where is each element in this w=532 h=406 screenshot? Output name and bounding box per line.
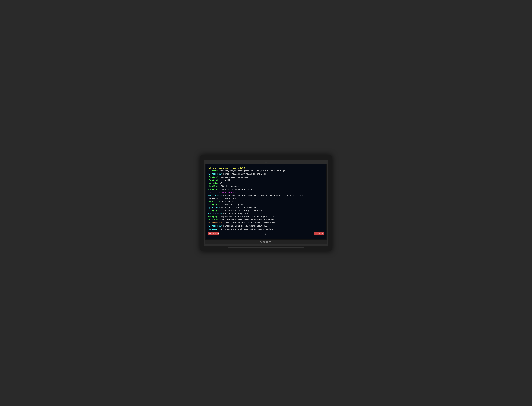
chat-text: Mahjong sets mode +v Zerock!DOS — [208, 167, 245, 169]
chat-text: By the way, Mahjong, the beginning of th… — [222, 194, 303, 196]
chat-text: pinecone, what do you think about DOS? — [222, 225, 268, 227]
webcam-dot — [266, 162, 266, 163]
chat-text: <pinecone> — [208, 207, 220, 209]
chat-line: <waratte> Mahjong, maybe messageparser. … — [208, 170, 324, 173]
monitor-bezel: Mahjong sets mode +v Zerock!DOS<waratte>… — [203, 160, 329, 247]
monitor-brand: SONY — [205, 240, 327, 245]
status-time: 19:15:36 — [313, 232, 324, 235]
chat-line: <pinecone> No u you can have the same on… — [208, 206, 324, 209]
chat-text: <Mahjong> — [208, 216, 219, 218]
chat-text: Title: Perfect DOS VGA 437 Font | dafont… — [222, 222, 275, 224]
chat-text: <Mahjong> — [208, 203, 219, 206]
chat-text: my HexChat config seems to dislike fullw… — [221, 219, 274, 221]
chat-text: same here — [221, 201, 233, 203]
chat-text: Not Unicode compliant. — [222, 213, 249, 215]
chat-text: henlo, fellas! Say hello to the web! — [222, 173, 266, 175]
chat-text: DOS is the best — [220, 185, 239, 187]
chat-text: on the DOS font I’m using it seems ok — [219, 210, 264, 212]
chat-text: <Mahjong> — [208, 176, 219, 178]
chat-text: no fullwidth I guess — [219, 203, 244, 206]
chat-line: <Zerock!DOS> henlo, fellas! Say hello to… — [208, 173, 324, 176]
chat-line: <LeeColi16> my HexChat config seems to d… — [208, 218, 324, 222]
chat-text: No u you can have the same one — [220, 207, 257, 209]
monitor-screen: Mahjong sets mode +v Zerock!DOS<waratte>… — [205, 164, 327, 240]
chat-text: https://www.dafont.com/perfect-dos-vga-4… — [219, 216, 275, 218]
chat-line: <hosified> DOS is the best — [208, 185, 324, 188]
chat-line: <pinecone> i've seen a lot of good thing… — [208, 228, 324, 231]
photo-frame: Mahjong sets mode +v Zerock!DOS<waratte>… — [200, 155, 332, 251]
chat-text: nonsense on this client. — [208, 197, 238, 200]
chat-text: <LeeColi16> — [208, 219, 221, 221]
status-channel: ##mahjong — [208, 232, 219, 235]
chat-line: <Zerock!DOS> pinecone, what do you think… — [208, 225, 324, 228]
chat-text: i've seen a lot of good things about rea… — [220, 228, 273, 230]
chat-line: <Mahjong> hello DOS — [208, 179, 324, 182]
chat-text: waratte quite the opposite — [219, 176, 251, 178]
chat-text: <LeeColi16> — [208, 201, 221, 203]
chat-line: <Mahjong> C:/DOS C:/DOS/RUN RUN/DOS/RUN — [208, 188, 324, 191]
chat-text: <pinecone> — [208, 228, 220, 230]
chat-line: <Zerock!DOS> By the way, Mahjong, the be… — [208, 194, 324, 197]
chat-text: <waratte> — [208, 182, 219, 184]
chat-text: <bannon3002> — [208, 222, 222, 224]
chat-text: <Mahjong> — [208, 210, 219, 212]
chat-line: nonsense on this client. — [208, 197, 324, 200]
chat-line: * LeeColi16 has aneurysm — [208, 191, 324, 194]
chat-line: <Mahjong> on the DOS font I’m using it s… — [208, 209, 324, 212]
chat-line: <Mahjong> waratte quite the opposite — [208, 176, 324, 179]
chat-text: <waratte> — [208, 170, 219, 172]
status-number: 01 — [265, 233, 268, 235]
chat-text: <Mahjong> — [208, 179, 219, 181]
chat-text: <hosified> — [208, 185, 220, 187]
chat-line: <waratte> :D — [208, 182, 324, 185]
status-bar: ##mahjong 01 19:15:36 — [208, 232, 324, 235]
chat-text: C:/DOS C:/DOS/RUN RUN/DOS/RUN — [219, 188, 254, 190]
chat-line: <Mahjong> https://www.dafont.com/perfect… — [208, 215, 324, 218]
chat-text: <Zerock!DOS> — [208, 213, 222, 215]
chat-text: hello DOS — [219, 179, 230, 181]
chat-text: * LeeColi16 has aneurysm — [208, 191, 236, 194]
monitor-stand — [228, 247, 304, 248]
chat-line: <Mahjong> no fullwidth I guess — [208, 203, 324, 206]
status-line: 01 — [220, 233, 312, 233]
chat-container: Mahjong sets mode +v Zerock!DOS<waratte>… — [208, 167, 324, 231]
chat-text: <Zerock!DOS> — [208, 194, 222, 196]
chat-text: Mahjong, maybe messageparser. Are you sk… — [219, 170, 287, 172]
chat-line: <LeeColi16> same here — [208, 200, 324, 203]
chat-text: :D — [219, 182, 222, 184]
chat-line: <Zerock!DOS> Not Unicode compliant. — [208, 212, 324, 215]
chat-text: <Mahjong> — [208, 188, 219, 190]
chat-line: <bannon3002> Title: Perfect DOS VGA 437 … — [208, 222, 324, 225]
chat-text: <Zerock!DOS> — [208, 173, 222, 175]
chat-line: Mahjong sets mode +v Zerock!DOS — [208, 167, 324, 170]
chat-text: <Zerock!DOS> — [208, 225, 222, 227]
